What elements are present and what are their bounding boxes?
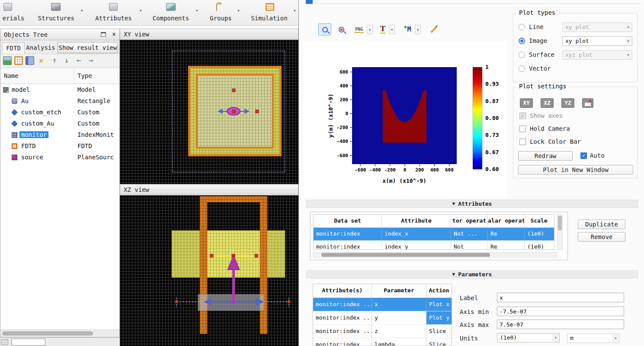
chevron-down-icon[interactable]: ▾ [625,51,631,59]
tree-item-name[interactable]: custom_etch [21,109,61,116]
chevron-down-icon[interactable]: ▾ [139,8,142,13]
tab-fdtd[interactable]: FDTD [2,42,25,54]
column-header[interactable]: Action [426,284,452,297]
tree-row-monitor[interactable]: monitor IndexMonit [0,129,119,141]
tree-item-name[interactable]: Au [21,97,29,104]
axis-min-input[interactable] [497,307,624,316]
vector-radio[interactable] [519,65,525,72]
surface-radio-label[interactable]: Surface [529,51,554,58]
auto-checkbox[interactable]: ✓ [580,152,587,159]
image-radio-label[interactable]: Image [529,37,547,44]
image-radio[interactable] [519,38,525,44]
show-axes-label[interactable]: Show axes [530,112,563,119]
span-handle-right[interactable] [288,301,290,303]
move-right-icon[interactable]: → [89,56,93,65]
cell-scale[interactable]: (1e0) [525,241,553,250]
objects-tree-hscrollbar[interactable] [0,330,119,337]
cell-attributes[interactable]: monitor:index ... [313,325,372,338]
column-header-type[interactable]: Type [77,72,92,79]
xz-viewport[interactable] [120,195,298,346]
edit-plot-button[interactable] [427,23,440,36]
chevron-down-icon[interactable]: ▾ [195,8,199,13]
column-header-name[interactable]: Name [4,72,19,79]
line-radio[interactable] [519,24,525,30]
png-dropdown-icon[interactable]: ▾ [367,25,373,34]
matlab-export-button[interactable]: M [402,23,414,36]
cell-attribute[interactable]: index_x [382,228,451,240]
lock-color-bar-label[interactable]: Lock Color Bar [530,138,581,145]
attributes-hscrollbar[interactable] [313,252,557,258]
parameters-section-header[interactable]: ▼ Parameters [306,270,638,278]
move-left-icon[interactable]: ← [77,56,81,65]
cell-parameter[interactable]: y [372,311,426,324]
show-axes-checkbox[interactable]: ✓ [519,113,526,119]
chevron-down-icon[interactable]: ▾ [625,23,631,31]
parameters-table[interactable]: Attribute(s)ParameterAction monitor:inde… [313,284,452,346]
cell-attributes[interactable]: monitor:index ... [313,298,372,311]
cell-parameter[interactable]: lambda [372,338,426,346]
axis-max-input[interactable] [497,320,624,329]
export-png-button[interactable]: PNG [352,23,366,36]
right-handle[interactable] [256,110,259,113]
tree-row-custom-au[interactable]: custom_Au Custom [0,118,119,129]
script-prompt-input[interactable] [11,339,45,346]
cell-scalar-operation[interactable]: Re [488,241,525,250]
text-tool-button[interactable]: T [378,23,388,36]
remove-button[interactable]: Remove [578,232,625,242]
show-result-view-button[interactable]: Show result view [58,42,118,53]
cell-action[interactable]: Slice [426,325,452,338]
cell-action[interactable]: Plot y ax [426,311,452,324]
xy-plane-button[interactable]: XY [520,98,533,108]
tree-item-name[interactable]: source [21,154,43,161]
line-radio-label[interactable]: Line [529,23,544,30]
cell-action[interactable]: Slice [426,338,452,346]
float-panel-icon[interactable] [101,32,106,37]
chevron-down-icon[interactable]: ▾ [625,37,631,45]
scrollbar-thumb[interactable] [321,253,490,257]
tree-item-name[interactable]: model [12,86,30,93]
span-handle-left[interactable] [175,301,178,303]
center-handle[interactable] [232,110,235,113]
cell-attribute[interactable]: index_y [382,241,451,250]
tab-analysis[interactable]: Analysis [26,42,56,54]
units-combobox[interactable]: (1e0) ▾ [497,333,560,343]
column-divider[interactable] [74,68,74,84]
monitor-handle-right[interactable] [255,254,258,257]
plot-in-new-window-button[interactable]: Plot in New Window [518,165,633,175]
xz-view-titlebar[interactable]: XZ view [120,184,298,195]
chevron-down-icon[interactable]: ▾ [237,8,240,13]
move-down-icon[interactable]: ↓ [64,56,69,65]
scrollbar-thumb[interactable] [2,331,93,336]
xy-viewport[interactable] [120,40,298,184]
attributes-row-selected[interactable]: monitor:indexindex_xNot ...Re(1e0) [314,228,554,241]
zoom-reset-button[interactable] [335,23,348,36]
cell-parameter[interactable]: x [372,298,426,311]
column-header[interactable]: Parameter [372,284,426,297]
parameters-row[interactable]: monitor:index ...zSlice [313,325,452,338]
tree-row-model[interactable]: model Model [0,84,119,96]
toolbar-item-groups[interactable]: ▾ Groups [0,0,298,6]
text-dropdown-icon[interactable]: ▾ [389,25,395,34]
cell-action[interactable]: Plot x ax [426,298,452,311]
edit-grid-icon[interactable] [14,56,23,65]
vector-radio-label[interactable]: Vector [529,65,551,72]
monitor-handle-left[interactable] [210,254,213,257]
collapse-triangle-icon[interactable]: ▼ [452,272,455,277]
units-unit-combobox[interactable]: m ▾ [567,333,620,343]
collapse-triangle-icon[interactable]: ▼ [452,201,455,207]
tree-row-custom-etch[interactable]: custom_etch Custom [0,107,119,118]
cell-vector-operation[interactable]: Not ... [451,228,488,240]
matlab-dropdown-icon[interactable]: ▾ [415,25,421,34]
tree-item-name[interactable]: custom_Au [21,120,54,127]
image-plot-combobox[interactable]: xy plot ▾ [562,36,632,46]
tree-view-icon[interactable] [26,56,34,65]
attributes-vscrollbar[interactable] [557,214,563,250]
column-header[interactable]: Scale [525,215,553,227]
parameters-row-selected[interactable]: monitor:index ...xPlot x ax [313,298,452,311]
attributes-table[interactable]: Data setAttributetor operatalar operatiS… [313,214,554,250]
scrollbar-thumb[interactable] [558,216,562,230]
chevron-down-icon[interactable]: ▾ [552,334,559,342]
cell-attributes[interactable]: monitor:index [313,338,372,346]
line-plot-combobox[interactable]: xy plot ▾ [562,23,632,32]
chevron-down-icon[interactable]: ▾ [293,8,296,13]
